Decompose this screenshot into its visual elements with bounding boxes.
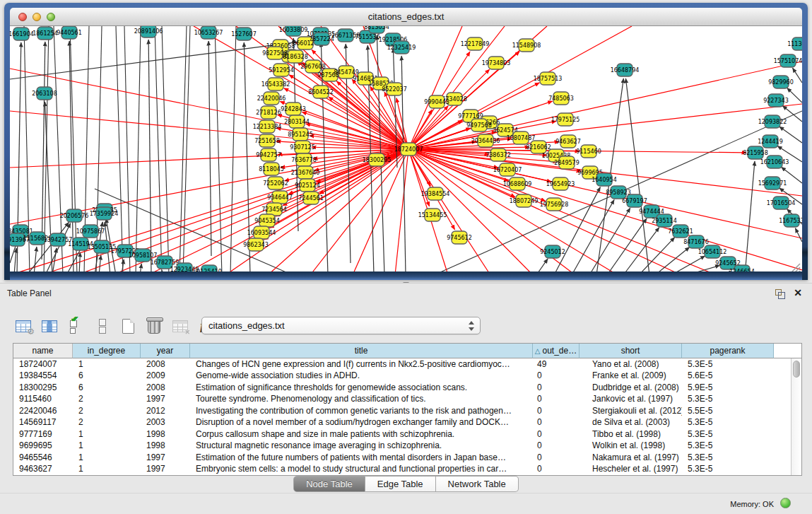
column-header-name[interactable]: name (13, 344, 73, 358)
graph-node[interactable]: 19654923 (546, 177, 575, 190)
minimize-window-button[interactable] (33, 13, 41, 21)
graph-node[interactable]: 10653267 (194, 26, 223, 39)
graph-node[interactable]: 9745612 (447, 231, 472, 244)
graph-node[interactable]: 17016504 (767, 197, 796, 209)
graph-node[interactable]: 7485063 (548, 92, 574, 105)
graph-node[interactable]: 22420046 (257, 92, 286, 105)
table-cell[interactable]: 0 (533, 370, 579, 381)
graph-node[interactable]: 2718126 (256, 106, 281, 119)
column-header-title[interactable]: title (190, 344, 533, 358)
table-cell[interactable]: 1 (73, 428, 141, 440)
graph-node[interactable]: 16033809 (279, 26, 308, 36)
graph-node[interactable]: 16648794 (611, 64, 640, 76)
graph-node[interactable]: 12217849 (461, 37, 490, 50)
table-cell[interactable]: Tourette syndrome. Phenomenology and cla… (190, 393, 533, 404)
graph-node[interactable]: 16543382 (261, 78, 290, 90)
graph-node[interactable]: 1113054 (787, 37, 802, 50)
graph-node[interactable]: 8951245 (288, 128, 313, 141)
resize-grip-icon[interactable] (797, 271, 800, 274)
table-cell[interactable]: Hescheler et al. (1997) (579, 463, 682, 474)
table-cell[interactable]: 5.3E-5 (682, 463, 774, 474)
table-cell[interactable]: 0 (533, 405, 579, 416)
table-cell[interactable]: 14569117 (13, 416, 73, 428)
graph-node[interactable]: 9245012 (540, 245, 565, 258)
graph-node[interactable]: 7636778 (291, 153, 317, 166)
table-row[interactable]: 946554611997Estimation of the future num… (13, 452, 791, 463)
network-canvas[interactable]: 1872400718300295866012874638225912954165… (10, 26, 802, 275)
table-cell[interactable]: Genome-wide association studies in ADHD. (190, 370, 533, 381)
graph-node[interactable]: 9862343 (243, 238, 269, 251)
table-cell[interactable]: Jankovic et al. (1997) (579, 393, 682, 404)
graph-node[interactable]: 8215958 (743, 146, 768, 159)
table-cell[interactable]: Changes of HCN gene expression and I(f) … (190, 358, 533, 370)
table-cell[interactable]: 2 (73, 405, 141, 416)
table-cell[interactable]: 1 (73, 440, 141, 451)
table-cell[interactable]: 5.9E-5 (682, 382, 774, 393)
show-columns-button[interactable] (40, 317, 59, 335)
table-row[interactable]: 1872400712008Changes of HCN gene express… (13, 358, 791, 370)
table-row[interactable]: 977716911998Corpus callosum shape and si… (13, 428, 791, 440)
memory-status-icon[interactable] (780, 498, 791, 508)
table-cell[interactable]: 0 (533, 440, 579, 451)
graph-node[interactable]: 9227343 (763, 94, 789, 107)
table-cell[interactable]: 0 (533, 463, 579, 474)
table-row[interactable]: 946362711997Embryonic stem cells: a mode… (13, 463, 791, 474)
table-row[interactable]: 1456911722003Disruption of a novel membe… (13, 416, 791, 428)
table-row[interactable]: 911546021997Tourette syndrome. Phenomeno… (13, 393, 791, 404)
scrollbar-thumb[interactable] (793, 361, 800, 378)
column-header-short[interactable]: short (579, 344, 682, 358)
row-height-button[interactable] (93, 317, 111, 335)
table-cell[interactable]: Tibbo et al. (1998) (579, 428, 682, 440)
select-columns-button[interactable] (66, 317, 85, 335)
table-cell[interactable]: 5.3E-5 (682, 358, 774, 370)
table-cell[interactable]: 22420046 (13, 405, 73, 416)
graph-node[interactable]: 9942757 (256, 148, 281, 161)
table-cell[interactable]: Stergiakouli et al. (2012) (579, 405, 682, 416)
table-cell[interactable]: 5.3E-5 (682, 440, 774, 451)
float-window-icon[interactable] (775, 289, 785, 299)
table-cell[interactable]: 1998 (141, 428, 190, 440)
table-cell[interactable]: Wolkin et al. (1998) (579, 440, 682, 451)
graph-node[interactable]: 15134455 (418, 209, 447, 221)
zoom-window-button[interactable] (47, 13, 55, 21)
graph-node[interactable]: 9440561 (57, 26, 82, 39)
table-cell[interactable]: 5.3E-5 (682, 452, 774, 463)
graph-node[interactable]: 2063108 (32, 87, 57, 100)
table-cell[interactable]: 1998 (141, 440, 190, 451)
graph-node[interactable]: 17975125 (551, 113, 580, 126)
column-header-year[interactable]: year (141, 344, 190, 358)
table-cell[interactable]: 19384554 (13, 370, 73, 381)
graph-node[interactable]: 9125410 (196, 265, 222, 275)
graph-node[interactable]: 19756928 (540, 198, 569, 211)
citation-graph[interactable]: 1872400718300295866012874638225912954165… (10, 26, 802, 275)
table-cell[interactable]: 5.6E-5 (682, 370, 774, 381)
table-cell[interactable]: 2 (73, 416, 141, 428)
table-cell[interactable]: Estimation of significance thresholds fo… (190, 382, 533, 393)
table-cell[interactable]: 1997 (141, 452, 190, 463)
graph-node[interactable]: 12093822 (758, 115, 787, 128)
table-cell[interactable]: 1 (73, 452, 141, 463)
table-cell[interactable]: Disruption of a novel member of a sodium… (190, 416, 533, 428)
graph-node[interactable]: 11548908 (512, 39, 541, 52)
table-cell[interactable]: 5.3E-5 (682, 428, 774, 440)
table-cell[interactable]: 0 (533, 416, 579, 428)
table-row[interactable]: 1830029562008Estimation of significance … (13, 382, 791, 393)
table-cell[interactable]: 9777169 (13, 428, 73, 440)
table-cell[interactable]: 2 (73, 393, 141, 404)
table-cell[interactable]: 49 (533, 358, 579, 370)
table-cell[interactable]: 0 (533, 452, 579, 463)
table-cell[interactable]: Dudbridge et al. (2008) (579, 382, 682, 393)
graph-node[interactable]: 8471676 (683, 235, 709, 248)
table-settings-button[interactable] (14, 317, 33, 335)
graph-node[interactable]: 9463627 (555, 135, 581, 148)
table-cell[interactable]: 2008 (141, 358, 190, 370)
graph-node[interactable]: 9115460 (576, 145, 601, 158)
table-cell[interactable]: 6 (73, 370, 141, 381)
table-cell[interactable]: 0 (533, 393, 579, 404)
table-row[interactable]: 1938455462009Genome-wide association stu… (13, 370, 791, 381)
table-cell[interactable]: 2009 (141, 370, 190, 381)
table-cell[interactable]: 1997 (141, 393, 190, 404)
table-cell[interactable]: 6 (73, 382, 141, 393)
table-cell[interactable]: 9699695 (13, 440, 73, 451)
table-cell[interactable]: 1 (73, 463, 141, 474)
